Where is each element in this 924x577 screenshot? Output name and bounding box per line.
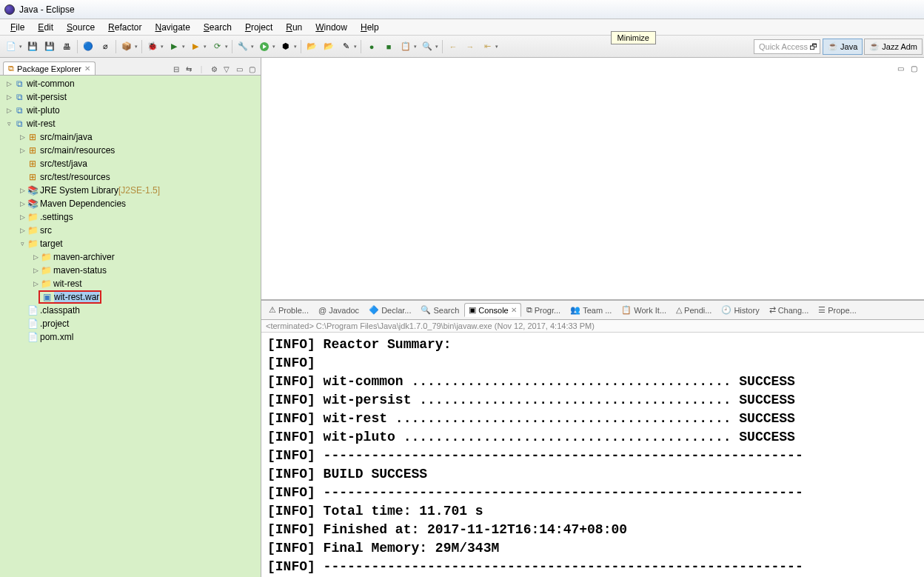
task-icon[interactable]: 📋: [398, 39, 414, 55]
new-package-icon[interactable]: 📂: [304, 39, 320, 55]
perspective-java[interactable]: ☕Java: [823, 39, 863, 55]
package-explorer-view: ⧉ Package Explorer ✕ ⊟ ⇆ | ⚙ ▽ ▭ ▢ ▷⧉wit…: [0, 58, 261, 577]
save-all-icon[interactable]: 💾: [41, 39, 58, 55]
window-titlebar: Java - Eclipse: [0, 0, 924, 19]
close-icon[interactable]: ✕: [84, 64, 90, 73]
view-menu-icon[interactable]: ▽: [221, 63, 232, 75]
minimize-icon[interactable]: ▭: [233, 63, 245, 75]
build-icon[interactable]: 📦: [118, 39, 135, 55]
new-icon[interactable]: 📄: [3, 39, 19, 55]
menu-window[interactable]: Window: [309, 21, 353, 34]
editor-maximize-icon[interactable]: ▢: [908, 62, 920, 74]
skip-bp-icon[interactable]: ⌀: [97, 39, 113, 55]
project-tree[interactable]: ▷⧉wit-common▷⧉wit-persist▷⧉wit-pluto▿⧉wi…: [0, 76, 261, 577]
tab-pendi[interactable]: △Pendi...: [672, 303, 716, 317]
tree-item[interactable]: ▷⧉wit-persist: [0, 90, 261, 104]
tab-javadoc[interactable]: @Javadoc: [314, 304, 364, 317]
tab-proble[interactable]: ⚠Proble...: [264, 303, 313, 317]
tree-item[interactable]: ▷📁wit-rest: [0, 277, 261, 290]
menu-search[interactable]: Search: [198, 21, 238, 34]
search-icon[interactable]: 🔍: [419, 39, 435, 55]
package-explorer-tab[interactable]: ⧉ Package Explorer ✕: [3, 61, 96, 75]
menu-edit[interactable]: Edit: [32, 21, 59, 34]
breakpoint-icon[interactable]: 🔵: [80, 39, 96, 55]
tree-item[interactable]: ▷⊞src/main/java: [0, 130, 261, 144]
editor-area: ▭ ▢ ⚠Proble...@Javadoc🔷Declar...🔍Search▣…: [261, 58, 924, 577]
stop-rec-icon[interactable]: ■: [381, 39, 397, 55]
new-class-icon[interactable]: 📂: [321, 39, 337, 55]
tree-item[interactable]: ▷📁maven-archiver: [0, 250, 261, 264]
tree-item[interactable]: ⊞src/test/resources: [0, 170, 261, 184]
menu-source[interactable]: Source: [61, 21, 101, 34]
debug-icon[interactable]: 🐞: [144, 39, 161, 55]
view-tabbar: ⧉ Package Explorer ✕ ⊟ ⇆ | ⚙ ▽ ▭ ▢: [0, 58, 261, 76]
tab-workit[interactable]: 📋Work It...: [617, 303, 671, 317]
tree-item[interactable]: ▷⧉wit-pluto: [0, 104, 261, 117]
tree-item[interactable]: 📄pom.xml: [0, 330, 261, 344]
tab-search[interactable]: 🔍Search: [416, 303, 463, 317]
editor-minimize-icon[interactable]: ▭: [894, 62, 906, 74]
maximize-icon[interactable]: ▢: [246, 63, 258, 75]
minimize-tooltip: Minimize: [611, 31, 656, 44]
menu-refactor[interactable]: Refactor: [102, 21, 147, 34]
collapse-all-icon[interactable]: ⊟: [170, 63, 182, 75]
nav-back-icon[interactable]: ←: [445, 39, 461, 55]
tab-console[interactable]: ▣Console ✕: [464, 303, 520, 317]
tree-item[interactable]: ▿⧉wit-rest: [0, 117, 261, 130]
tab-team[interactable]: 👥Team ...: [566, 303, 616, 317]
menubar: FileEditSourceRefactorNavigateSearchProj…: [0, 19, 924, 36]
ext-tools-icon[interactable]: 🔧: [235, 39, 251, 55]
nav-last-icon[interactable]: ⇤: [479, 39, 495, 55]
print-icon[interactable]: 🖶: [58, 39, 75, 55]
eclipse-icon: [4, 4, 15, 15]
filter-icon[interactable]: ⚙: [208, 63, 220, 75]
tree-item[interactable]: ▿📁target: [0, 237, 261, 250]
tree-item[interactable]: ▷📚Maven Dependencies: [0, 197, 261, 210]
package-explorer-icon: ⧉: [8, 64, 14, 73]
tab-history[interactable]: 🕘History: [717, 303, 763, 317]
nav-fwd-icon[interactable]: →: [462, 39, 478, 55]
tab-progr[interactable]: ⧉Progr...: [522, 303, 565, 317]
wand-icon[interactable]: ✎: [338, 39, 354, 55]
console-status: <terminated> C:\Program Files\Java\jdk1.…: [261, 320, 924, 333]
editor-blank: ▭ ▢: [261, 58, 924, 300]
tree-item[interactable]: ▷⧉wit-common: [0, 77, 261, 90]
save-icon[interactable]: 💾: [24, 39, 41, 55]
run-last-icon[interactable]: ⟳: [209, 39, 225, 55]
menu-project[interactable]: Project: [239, 21, 278, 34]
tree-item[interactable]: 📄.project: [0, 317, 261, 330]
tree-item[interactable]: ▷📁maven-status: [0, 264, 261, 277]
main-toolbar: 📄▾ 💾 💾 🖶 🔵 ⌀ 📦▾ 🐞▾ ▶▾ ▶▾ ⟳▾ 🔧▾ ▾ ⬢▾ 📂 📂 …: [0, 36, 924, 58]
coverage-icon[interactable]: ▶: [187, 39, 204, 55]
tree-item[interactable]: ▣wit-rest.war: [0, 290, 261, 304]
tree-item[interactable]: ▷📁.settings: [0, 210, 261, 224]
open-perspective-icon[interactable]: 🗗: [805, 39, 821, 55]
bottom-tabs: ⚠Proble...@Javadoc🔷Declar...🔍Search▣Cons…: [261, 301, 924, 320]
link-editor-icon[interactable]: ⇆: [183, 63, 195, 75]
run-icon[interactable]: ▶: [166, 39, 182, 55]
package-explorer-label: Package Explorer: [17, 64, 81, 73]
tab-chang[interactable]: ⇄Chang...: [765, 303, 814, 317]
tab-prope[interactable]: ☰Prope...: [814, 303, 861, 317]
tab-declar[interactable]: 🔷Declar...: [364, 303, 415, 317]
perspective-jazz-adm[interactable]: ☕Jazz Adm: [864, 39, 923, 55]
menu-file[interactable]: File: [4, 21, 30, 34]
console-output: [INFO] Reactor Summary: [INFO] [INFO] wi…: [261, 333, 924, 577]
tree-item[interactable]: ▷⊞src/main/resources: [0, 144, 261, 157]
window-title: Java - Eclipse: [19, 4, 75, 15]
tree-item[interactable]: ▷📚JRE System Library [J2SE-1.5]: [0, 184, 261, 197]
run-green-icon[interactable]: [256, 39, 272, 55]
record-icon[interactable]: ●: [364, 39, 380, 55]
tree-item[interactable]: 📄.classpath: [0, 304, 261, 317]
menu-run[interactable]: Run: [280, 21, 308, 34]
bottom-views: ⚠Proble...@Javadoc🔷Declar...🔍Search▣Cons…: [261, 300, 924, 577]
stop-icon[interactable]: ⬢: [278, 39, 294, 55]
tree-item[interactable]: ▷📁src: [0, 224, 261, 237]
menu-navigate[interactable]: Navigate: [149, 21, 195, 34]
work-area: ⧉ Package Explorer ✕ ⊟ ⇆ | ⚙ ▽ ▭ ▢ ▷⧉wit…: [0, 58, 924, 577]
menu-help[interactable]: Help: [355, 21, 385, 34]
tree-item[interactable]: ⊞src/test/java: [0, 157, 261, 170]
perspective-switcher: 🗗 ☕Java☕Jazz Adm: [805, 39, 923, 55]
